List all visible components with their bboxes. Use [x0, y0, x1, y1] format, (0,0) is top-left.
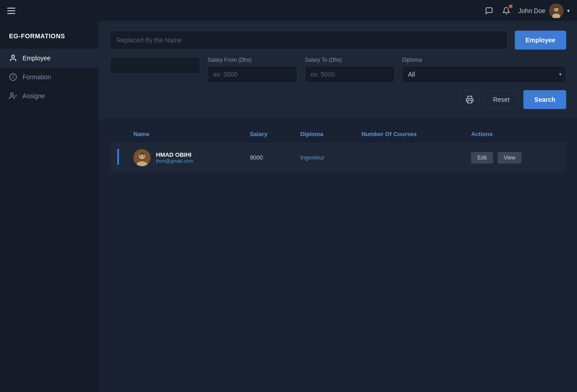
salary-cell: 9000: [243, 143, 293, 172]
name-filter-group: [110, 57, 200, 74]
salary-to-group: Salary To (Dhs): [305, 57, 395, 83]
diploma-group: Diploma All Ingenieur Technicien Bac Mas…: [402, 57, 566, 83]
print-button[interactable]: [460, 90, 479, 109]
diploma-value: Ingenieur: [300, 154, 325, 161]
reset-button[interactable]: Reset: [484, 90, 519, 109]
row-indicator: [117, 149, 119, 165]
topbar-left: [7, 8, 15, 14]
name-filter-input[interactable]: [110, 57, 200, 74]
salary-from-group: Salary From (Dhs): [207, 57, 298, 83]
row-indicator-cell: [110, 143, 126, 172]
diploma-select-wrapper: All Ingenieur Technicien Bac Master Doct…: [402, 66, 566, 83]
svg-point-8: [10, 93, 13, 96]
table-row: HMAD OBIHI jhon@gmail.com 9000 Ingenieur…: [110, 143, 566, 172]
sidebar-item-assigne[interactable]: Assigne: [0, 87, 99, 105]
svg-point-4: [12, 55, 14, 58]
filter-fields-row: Salary From (Dhs) Salary To (Dhs) Diplom…: [110, 57, 566, 83]
salary-from-label: Salary From (Dhs): [207, 57, 298, 63]
sidebar-item-employee[interactable]: Employee: [0, 49, 99, 68]
topbar-right: John Doe ▾: [484, 4, 570, 18]
courses-cell: [354, 143, 464, 172]
user-info[interactable]: John Doe ▾: [518, 4, 570, 18]
edit-button[interactable]: Edit: [471, 152, 493, 164]
salary-to-input[interactable]: [305, 66, 395, 83]
table-header-row: Name Salary Diploma Number Of Courses Ac…: [110, 125, 566, 143]
actions-cell: Edit View: [464, 143, 566, 172]
username-label: John Doe: [518, 7, 545, 14]
col-indicator: [110, 125, 126, 143]
user-chevron-icon: ▾: [567, 8, 570, 14]
diploma-select[interactable]: All Ingenieur Technicien Bac Master Doct…: [402, 66, 566, 83]
sidebar: EG-FORMATIONS Employee Formation: [0, 22, 99, 392]
messages-icon[interactable]: [484, 6, 494, 16]
sidebar-formation-label: Formation: [23, 73, 51, 81]
search-button[interactable]: Search: [523, 90, 566, 109]
salary-from-input[interactable]: [207, 66, 298, 83]
search-name-input[interactable]: [110, 31, 508, 50]
view-button[interactable]: View: [498, 152, 522, 164]
employee-table: Name Salary Diploma Number Of Courses Ac…: [110, 125, 566, 172]
sidebar-brand: EG-FORMATIONS: [0, 25, 99, 49]
svg-rect-9: [467, 100, 472, 103]
col-actions: Actions: [464, 125, 566, 143]
sidebar-assigne-label: Assigne: [23, 92, 45, 100]
person-icon: [9, 54, 17, 62]
bell-icon[interactable]: [501, 6, 511, 16]
sidebar-item-formation[interactable]: Formation: [0, 68, 99, 87]
employee-button[interactable]: Employee: [515, 31, 566, 50]
assign-icon: [9, 92, 17, 100]
notification-badge: [509, 5, 513, 8]
col-name: Name: [126, 125, 243, 143]
content-area: Employee Salary From (Dhs) Salary To (Dh…: [99, 22, 577, 392]
menu-toggle[interactable]: [7, 8, 15, 14]
employee-name-cell: HMAD OBIHI jhon@gmail.com: [126, 143, 243, 172]
employee-info: HMAD OBIHI jhon@gmail.com: [156, 151, 193, 164]
col-courses: Number Of Courses: [354, 125, 464, 143]
diploma-cell: Ingenieur: [293, 143, 354, 172]
diploma-label: Diploma: [402, 57, 566, 63]
info-icon: [9, 73, 17, 81]
filter-top-row: Employee: [110, 31, 566, 50]
col-salary: Salary: [243, 125, 293, 143]
table-section: Name Salary Diploma Number Of Courses Ac…: [99, 118, 577, 179]
employee-email: jhon@gmail.com: [156, 158, 193, 164]
svg-point-13: [140, 155, 141, 156]
filter-section: Employee Salary From (Dhs) Salary To (Dh…: [99, 22, 577, 118]
employee-name: HMAD OBIHI: [156, 151, 193, 158]
avatar: [549, 4, 563, 18]
sidebar-employee-label: Employee: [23, 55, 50, 62]
topbar: John Doe ▾: [0, 0, 577, 22]
svg-point-14: [143, 155, 144, 156]
filter-actions-row: Reset Search: [110, 90, 566, 109]
main-layout: EG-FORMATIONS Employee Formation: [0, 22, 577, 392]
employee-avatar: [133, 149, 151, 166]
col-diploma: Diploma: [293, 125, 354, 143]
salary-to-label: Salary To (Dhs): [305, 57, 395, 63]
